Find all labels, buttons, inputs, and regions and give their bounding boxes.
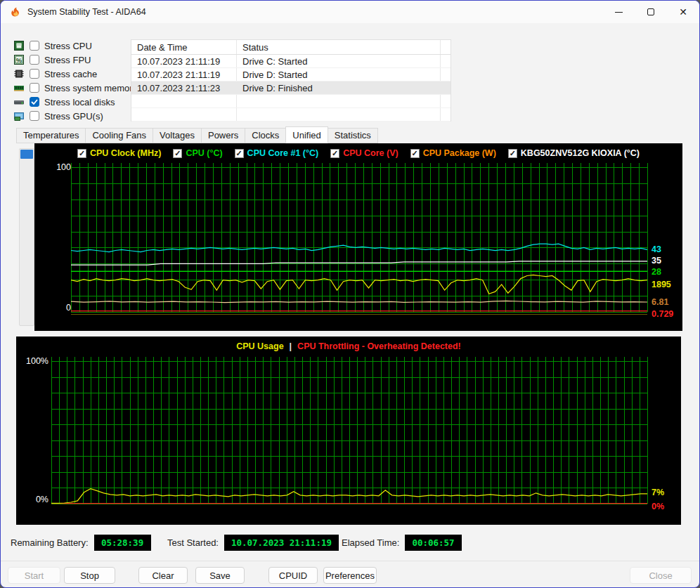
- start-button: Start: [8, 567, 60, 584]
- legend-label: CPU Core #1 (°C): [247, 148, 319, 158]
- disk-icon: [13, 96, 25, 107]
- legend-item-cpu-clock-mhz: ✓CPU Clock (MHz): [77, 148, 161, 158]
- remaining-battery-group: Remaining Battery: 05:28:39: [11, 535, 151, 551]
- legend-label: KBG50ZNV512G KIOXIA (°C): [521, 148, 640, 158]
- log-cell-datetime: 10.07.2023 21:11:19: [131, 55, 237, 67]
- cpuid-button[interactable]: CPUID: [268, 567, 318, 584]
- cpu-icon: [13, 40, 25, 51]
- save-button[interactable]: Save: [195, 567, 245, 584]
- series-cpu-package-w: [71, 301, 647, 302]
- stress-item-stress-cache[interactable]: Stress cache: [13, 67, 137, 81]
- window-title: System Stability Test - AIDA64: [27, 7, 146, 17]
- tab-temperatures[interactable]: Temperatures: [16, 128, 86, 143]
- legend-checkbox-kbg50znv512g-kioxia-c[interactable]: ✓: [508, 149, 517, 158]
- log-cell-status: [237, 95, 441, 107]
- tab-voltages[interactable]: Voltages: [153, 128, 202, 143]
- current-value-cpu-core-#1-c: 43: [652, 244, 661, 254]
- column-header-status[interactable]: Status: [237, 40, 441, 54]
- aida64-flame-icon: [9, 6, 22, 18]
- stress-item-stress-fpu[interactable]: %Stress FPU: [13, 53, 137, 67]
- tab-unified[interactable]: Unified: [285, 126, 328, 143]
- legend-item-cpu-package-w: ✓CPU Package (W): [410, 148, 496, 158]
- graph-scrollbar-thumb[interactable]: [20, 150, 33, 159]
- checkbox-stress-cache[interactable]: [30, 69, 39, 79]
- current-value-cpu-core-v: 0.729: [652, 309, 673, 319]
- legend-item-cpu-c: ✓CPU (°C): [173, 148, 222, 158]
- log-row[interactable]: 10.07.2023 21:11:23Drive D: Finished: [131, 81, 451, 95]
- log-row[interactable]: 10.07.2023 21:11:19Drive D: Started: [131, 68, 451, 81]
- stress-item-label: Stress local disks: [44, 97, 115, 107]
- legend-item-cpu-core-#1-c: ✓CPU Core #1 (°C): [235, 148, 319, 158]
- minimize-button[interactable]: [602, 1, 635, 23]
- log-cell-spacer: [441, 55, 451, 67]
- legend-item-kbg50znv512g-kioxia-c: ✓KBG50ZNV512G KIOXIA (°C): [508, 148, 640, 158]
- cpu-usage-title-part: |: [290, 341, 292, 351]
- graph-tabbar: TemperaturesCooling FansVoltagesPowersCl…: [16, 129, 377, 143]
- log-table-header: Date & TimeStatus: [131, 40, 451, 55]
- stress-item-stress-gpu-s[interactable]: Stress GPU(s): [13, 109, 137, 123]
- current-value-cpu-c: 28: [652, 267, 661, 277]
- close-button[interactable]: ✕: [667, 1, 699, 23]
- checkbox-stress-system-memory[interactable]: [30, 83, 39, 93]
- status-info-row: Remaining Battery: 05:28:39 Test Started…: [1, 535, 699, 553]
- test-started-value: 10.07.2023 21:11:19: [224, 535, 339, 551]
- stress-item-label: Stress system memory: [44, 83, 137, 93]
- current-value-cpu-usage: 7%: [652, 488, 664, 497]
- log-row-empty: [131, 95, 451, 108]
- legend-label: CPU (°C): [186, 148, 222, 158]
- column-header-spacer: [441, 40, 451, 54]
- cpu-usage-title-part: CPU Usage: [236, 341, 283, 351]
- log-row-empty: [131, 108, 451, 122]
- stress-item-label: Stress CPU: [44, 41, 92, 51]
- y-axis-max-label: 100: [40, 162, 71, 172]
- maximize-icon: [647, 8, 654, 15]
- test-started-label: Test Started:: [167, 537, 219, 548]
- stop-button[interactable]: Stop: [64, 567, 115, 584]
- stress-item-stress-system-memory[interactable]: Stress system memory: [13, 81, 137, 95]
- current-value-cpu-package-w: 6.81: [652, 297, 668, 307]
- bottom-separator: [1, 561, 699, 561]
- checkbox-stress-cpu[interactable]: [30, 41, 39, 51]
- remaining-battery-label: Remaining Battery:: [11, 537, 89, 548]
- titlebar: System Stability Test - AIDA64 ✕: [1, 1, 699, 23]
- legend-checkbox-cpu-c[interactable]: ✓: [173, 149, 182, 158]
- column-header-datetime[interactable]: Date & Time: [131, 40, 237, 54]
- legend-checkbox-cpu-core-v[interactable]: ✓: [330, 149, 339, 158]
- tab-cooling-fans[interactable]: Cooling Fans: [85, 128, 153, 143]
- unified-graph: [71, 167, 647, 312]
- log-cell-status: Drive C: Started: [237, 55, 441, 67]
- gpu-icon: [13, 110, 25, 122]
- checkbox-stress-local-disks[interactable]: [30, 97, 39, 107]
- close-icon: ✕: [679, 7, 687, 17]
- log-cell-spacer: [441, 81, 451, 94]
- stress-item-label: Stress cache: [44, 69, 97, 79]
- elapsed-time-value: 00:06:57: [405, 535, 461, 551]
- graph-scrollbar[interactable]: [19, 148, 34, 326]
- stress-item-stress-local-disks[interactable]: Stress local disks: [13, 95, 137, 109]
- tab-clocks[interactable]: Clocks: [245, 128, 286, 143]
- preferences-button[interactable]: Preferences: [323, 567, 377, 584]
- current-value-kbg50znv512g-kioxia-c: 35: [652, 256, 661, 266]
- unified-graph-legend: ✓CPU Clock (MHz)✓CPU (°C)✓CPU Core #1 (°…: [34, 148, 682, 158]
- clear-button[interactable]: Clear: [138, 567, 188, 584]
- maximize-button[interactable]: [635, 1, 667, 23]
- legend-checkbox-cpu-clock-mhz[interactable]: ✓: [77, 149, 86, 158]
- cpu-usage-value-labels: 0%7%: [652, 361, 694, 504]
- legend-checkbox-cpu-package-w[interactable]: ✓: [410, 149, 420, 158]
- event-log-table: Date & TimeStatus10.07.2023 21:11:19Driv…: [131, 39, 451, 122]
- tab-powers[interactable]: Powers: [201, 128, 245, 143]
- fpu-icon: %: [13, 54, 25, 65]
- tab-statistics[interactable]: Statistics: [328, 128, 378, 143]
- log-cell-datetime: [131, 95, 237, 107]
- stress-item-label: Stress GPU(s): [44, 111, 103, 122]
- legend-item-cpu-core-v: ✓CPU Core (V): [330, 148, 398, 158]
- cpu-usage-graph: [51, 361, 647, 504]
- stress-item-stress-cpu[interactable]: Stress CPU: [13, 39, 137, 53]
- checkbox-stress-fpu[interactable]: [30, 55, 39, 65]
- checkbox-stress-gpu-s[interactable]: [30, 111, 39, 121]
- unified-graph-panel: ✓CPU Clock (MHz)✓CPU (°C)✓CPU Core #1 (°…: [34, 143, 682, 331]
- log-row[interactable]: 10.07.2023 21:11:19Drive C: Started: [131, 55, 451, 68]
- log-cell-spacer: [441, 95, 451, 107]
- y-axis-min-label: 0: [40, 303, 71, 313]
- legend-checkbox-cpu-core-#1-c[interactable]: ✓: [235, 149, 244, 158]
